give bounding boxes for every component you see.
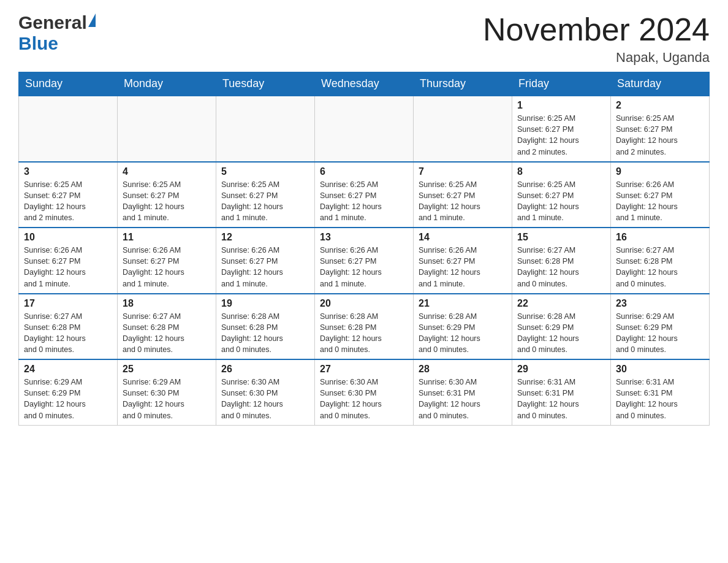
day-number: 25 [123, 364, 211, 375]
calendar-cell: 25Sunrise: 6:29 AM Sunset: 6:30 PM Dayli… [118, 359, 216, 425]
day-info: Sunrise: 6:29 AM Sunset: 6:30 PM Dayligh… [123, 377, 211, 421]
calendar-cell: 10Sunrise: 6:26 AM Sunset: 6:27 PM Dayli… [19, 228, 118, 294]
day-number: 10 [24, 232, 112, 243]
day-info: Sunrise: 6:27 AM Sunset: 6:28 PM Dayligh… [517, 245, 605, 289]
calendar-header-row: SundayMondayTuesdayWednesdayThursdayFrid… [19, 72, 710, 96]
day-number: 24 [24, 364, 112, 375]
calendar-cell [216, 96, 315, 162]
location-text: Napak, Uganda [483, 50, 710, 66]
calendar-cell: 20Sunrise: 6:28 AM Sunset: 6:28 PM Dayli… [315, 294, 414, 360]
day-number: 26 [221, 364, 309, 375]
calendar-cell: 15Sunrise: 6:27 AM Sunset: 6:28 PM Dayli… [512, 228, 611, 294]
day-number: 1 [517, 100, 605, 111]
day-info: Sunrise: 6:27 AM Sunset: 6:28 PM Dayligh… [616, 245, 704, 289]
day-number: 15 [517, 232, 605, 243]
day-number: 28 [419, 364, 507, 375]
day-number: 23 [616, 298, 704, 309]
calendar-cell: 26Sunrise: 6:30 AM Sunset: 6:30 PM Dayli… [216, 359, 315, 425]
calendar-cell: 18Sunrise: 6:27 AM Sunset: 6:28 PM Dayli… [118, 294, 216, 360]
weekday-header-thursday: Thursday [414, 72, 512, 96]
day-number: 16 [616, 232, 704, 243]
day-info: Sunrise: 6:26 AM Sunset: 6:27 PM Dayligh… [221, 245, 309, 289]
calendar-cell: 27Sunrise: 6:30 AM Sunset: 6:30 PM Dayli… [315, 359, 414, 425]
day-info: Sunrise: 6:27 AM Sunset: 6:28 PM Dayligh… [24, 311, 112, 356]
calendar-cell: 8Sunrise: 6:25 AM Sunset: 6:27 PM Daylig… [512, 162, 611, 228]
day-number: 13 [320, 232, 408, 243]
day-info: Sunrise: 6:26 AM Sunset: 6:27 PM Dayligh… [123, 245, 211, 289]
calendar-cell: 2Sunrise: 6:25 AM Sunset: 6:27 PM Daylig… [611, 96, 710, 162]
calendar-cell: 28Sunrise: 6:30 AM Sunset: 6:31 PM Dayli… [414, 359, 512, 425]
weekday-header-saturday: Saturday [611, 72, 710, 96]
day-info: Sunrise: 6:29 AM Sunset: 6:29 PM Dayligh… [24, 377, 112, 421]
day-info: Sunrise: 6:31 AM Sunset: 6:31 PM Dayligh… [616, 377, 704, 421]
calendar-week-2: 3Sunrise: 6:25 AM Sunset: 6:27 PM Daylig… [19, 162, 710, 228]
calendar-cell: 3Sunrise: 6:25 AM Sunset: 6:27 PM Daylig… [19, 162, 118, 228]
day-info: Sunrise: 6:25 AM Sunset: 6:27 PM Dayligh… [517, 113, 605, 158]
day-number: 8 [517, 166, 605, 177]
day-info: Sunrise: 6:28 AM Sunset: 6:28 PM Dayligh… [221, 311, 309, 356]
day-info: Sunrise: 6:26 AM Sunset: 6:27 PM Dayligh… [320, 245, 408, 289]
day-info: Sunrise: 6:25 AM Sunset: 6:27 PM Dayligh… [517, 179, 605, 224]
day-number: 2 [616, 100, 704, 111]
calendar-cell: 6Sunrise: 6:25 AM Sunset: 6:27 PM Daylig… [315, 162, 414, 228]
day-info: Sunrise: 6:26 AM Sunset: 6:27 PM Dayligh… [616, 179, 704, 224]
day-number: 17 [24, 298, 112, 309]
month-title: November 2024 [483, 12, 710, 47]
day-info: Sunrise: 6:28 AM Sunset: 6:28 PM Dayligh… [320, 311, 408, 356]
logo-triangle-icon [88, 13, 96, 27]
calendar-cell [414, 96, 512, 162]
day-number: 5 [221, 166, 309, 177]
day-number: 4 [123, 166, 211, 177]
calendar-cell: 19Sunrise: 6:28 AM Sunset: 6:28 PM Dayli… [216, 294, 315, 360]
day-info: Sunrise: 6:25 AM Sunset: 6:27 PM Dayligh… [24, 179, 112, 224]
day-number: 19 [221, 298, 309, 309]
calendar-cell: 22Sunrise: 6:28 AM Sunset: 6:29 PM Dayli… [512, 294, 611, 360]
calendar-cell: 21Sunrise: 6:28 AM Sunset: 6:29 PM Dayli… [414, 294, 512, 360]
day-info: Sunrise: 6:27 AM Sunset: 6:28 PM Dayligh… [123, 311, 211, 356]
calendar-week-3: 10Sunrise: 6:26 AM Sunset: 6:27 PM Dayli… [19, 228, 710, 294]
calendar-cell: 13Sunrise: 6:26 AM Sunset: 6:27 PM Dayli… [315, 228, 414, 294]
day-number: 22 [517, 298, 605, 309]
calendar-cell: 7Sunrise: 6:25 AM Sunset: 6:27 PM Daylig… [414, 162, 512, 228]
day-number: 6 [320, 166, 408, 177]
logo: General Blue [18, 12, 96, 54]
weekday-header-sunday: Sunday [19, 72, 118, 96]
weekday-header-friday: Friday [512, 72, 611, 96]
calendar-cell: 24Sunrise: 6:29 AM Sunset: 6:29 PM Dayli… [19, 359, 118, 425]
calendar-table: SundayMondayTuesdayWednesdayThursdayFrid… [18, 72, 710, 426]
day-number: 21 [419, 298, 507, 309]
day-number: 20 [320, 298, 408, 309]
calendar-cell: 5Sunrise: 6:25 AM Sunset: 6:27 PM Daylig… [216, 162, 315, 228]
calendar-cell: 12Sunrise: 6:26 AM Sunset: 6:27 PM Dayli… [216, 228, 315, 294]
day-number: 12 [221, 232, 309, 243]
day-info: Sunrise: 6:30 AM Sunset: 6:30 PM Dayligh… [320, 377, 408, 421]
day-number: 18 [123, 298, 211, 309]
calendar-cell: 30Sunrise: 6:31 AM Sunset: 6:31 PM Dayli… [611, 359, 710, 425]
day-info: Sunrise: 6:28 AM Sunset: 6:29 PM Dayligh… [517, 311, 605, 356]
calendar-cell: 29Sunrise: 6:31 AM Sunset: 6:31 PM Dayli… [512, 359, 611, 425]
calendar-cell: 4Sunrise: 6:25 AM Sunset: 6:27 PM Daylig… [118, 162, 216, 228]
day-info: Sunrise: 6:30 AM Sunset: 6:31 PM Dayligh… [419, 377, 507, 421]
day-info: Sunrise: 6:25 AM Sunset: 6:27 PM Dayligh… [419, 179, 507, 224]
logo-blue-text: Blue [18, 33, 58, 54]
day-info: Sunrise: 6:25 AM Sunset: 6:27 PM Dayligh… [123, 179, 211, 224]
calendar-cell: 16Sunrise: 6:27 AM Sunset: 6:28 PM Dayli… [611, 228, 710, 294]
title-area: November 2024 Napak, Uganda [483, 12, 710, 66]
weekday-header-monday: Monday [118, 72, 216, 96]
day-number: 9 [616, 166, 704, 177]
day-number: 14 [419, 232, 507, 243]
weekday-header-wednesday: Wednesday [315, 72, 414, 96]
calendar-cell [315, 96, 414, 162]
day-info: Sunrise: 6:26 AM Sunset: 6:27 PM Dayligh… [419, 245, 507, 289]
day-info: Sunrise: 6:25 AM Sunset: 6:27 PM Dayligh… [320, 179, 408, 224]
calendar-week-1: 1Sunrise: 6:25 AM Sunset: 6:27 PM Daylig… [19, 96, 710, 162]
day-number: 29 [517, 364, 605, 375]
calendar-week-4: 17Sunrise: 6:27 AM Sunset: 6:28 PM Dayli… [19, 294, 710, 360]
day-number: 11 [123, 232, 211, 243]
logo-general-text: General [18, 12, 87, 33]
calendar-cell: 1Sunrise: 6:25 AM Sunset: 6:27 PM Daylig… [512, 96, 611, 162]
day-number: 27 [320, 364, 408, 375]
calendar-cell: 11Sunrise: 6:26 AM Sunset: 6:27 PM Dayli… [118, 228, 216, 294]
calendar-cell: 17Sunrise: 6:27 AM Sunset: 6:28 PM Dayli… [19, 294, 118, 360]
calendar-cell: 14Sunrise: 6:26 AM Sunset: 6:27 PM Dayli… [414, 228, 512, 294]
